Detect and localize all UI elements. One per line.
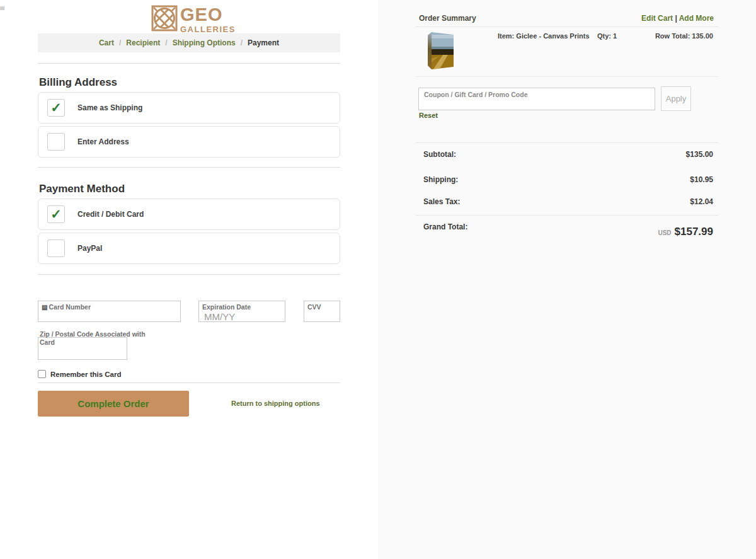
edge-artifact-icon: ▤ [0, 5, 5, 11]
order-item-qty: Qty: 1 [597, 32, 617, 40]
billing-option-same-as-shipping[interactable]: ✓ Same as Shipping [38, 92, 340, 124]
breadcrumb: Cart / Recipient / Shipping Options / Pa… [38, 33, 340, 52]
return-to-shipping-link[interactable]: Return to shipping options [231, 400, 320, 407]
sales-tax-label: Sales Tax: [423, 197, 460, 206]
same-as-shipping-checkbox[interactable]: ✓ [47, 99, 65, 117]
logo: GEO GALLERIES [151, 5, 236, 34]
logo-subtext: GALLERIES [180, 25, 236, 33]
billing-address-title: Billing Address [39, 76, 117, 89]
credit-card-checkbox[interactable]: ✓ [47, 205, 65, 223]
breadcrumb-payment-current: Payment [248, 38, 279, 47]
links-separator: | [675, 14, 677, 23]
subtotal-label: Subtotal: [423, 150, 456, 159]
grand-total-currency: USD [658, 229, 671, 236]
zip-code-label: Zip / Postal Code Associated with Card [40, 330, 156, 347]
order-summary-title: Order Summary [419, 14, 476, 23]
payment-option-paypal[interactable]: PayPal [38, 233, 340, 264]
option-label: PayPal [77, 244, 102, 253]
remember-card-label: Remember this Card [50, 371, 121, 378]
logo-lattice-icon [151, 5, 178, 34]
payment-method-title: Payment Method [39, 183, 125, 195]
product-thumbnail [425, 31, 455, 74]
shipping-value: $10.95 [690, 175, 713, 184]
divider [416, 26, 718, 27]
breadcrumb-cart[interactable]: Cart [99, 38, 114, 47]
card-number-input[interactable]: ▤ Card Number [38, 301, 181, 322]
paypal-checkbox[interactable] [47, 239, 65, 257]
coupon-code-input[interactable]: Coupon / Gift Card / Promo Code [418, 88, 655, 110]
breadcrumb-separator: / [119, 38, 121, 47]
expiration-date-label: Expiration Date [199, 301, 285, 311]
reset-coupon-link[interactable]: Reset [419, 112, 438, 119]
order-summary-panel [378, 0, 756, 559]
cvv-input[interactable]: CVV [304, 301, 340, 322]
divider [38, 383, 340, 383]
grand-total-label: Grand Total: [423, 222, 467, 231]
shipping-label: Shipping: [423, 175, 458, 184]
breadcrumb-separator: / [165, 38, 167, 47]
edit-cart-link[interactable]: Edit Cart [641, 14, 673, 23]
billing-option-enter-address[interactable]: Enter Address [38, 126, 340, 158]
checkout-page: ▤ GEO GALLERIES [0, 0, 756, 559]
enter-address-checkbox[interactable] [47, 133, 65, 151]
divider [38, 167, 340, 168]
order-item-row-total: Row Total: 135.00 [655, 32, 713, 40]
sales-tax-value: $12.04 [690, 197, 713, 206]
divider [38, 63, 340, 64]
grand-total-value: USD $157.99 [658, 226, 713, 238]
add-more-link[interactable]: Add More [679, 14, 714, 23]
breadcrumb-recipient[interactable]: Recipient [126, 38, 160, 47]
payment-option-credit-card[interactable]: ✓ Credit / Debit Card [38, 199, 340, 230]
cvv-label: CVV [304, 301, 340, 311]
option-label: Same as Shipping [77, 103, 142, 112]
coupon-placeholder: Coupon / Gift Card / Promo Code [424, 91, 528, 98]
expiration-date-input[interactable]: Expiration Date MM/YY [198, 301, 285, 322]
grand-total-amount: $157.99 [675, 226, 713, 238]
option-label: Credit / Debit Card [77, 210, 144, 219]
breadcrumb-shipping-options[interactable]: Shipping Options [173, 38, 236, 47]
complete-order-button[interactable]: Complete Order [38, 391, 189, 417]
divider [416, 142, 718, 143]
divider [416, 215, 718, 216]
expiration-placeholder: MM/YY [199, 311, 285, 322]
card-number-label: ▤ Card Number [38, 301, 180, 311]
order-item-name: Item: Giclee - Canvas Prints [498, 32, 590, 40]
remember-card-checkbox[interactable] [38, 370, 46, 378]
divider [38, 274, 340, 275]
credit-card-icon: ▤ [42, 304, 47, 311]
logo-text: GEO [180, 6, 236, 24]
breadcrumb-separator: / [241, 38, 243, 47]
order-summary-links: Edit Cart | Add More [641, 14, 714, 23]
apply-coupon-button[interactable]: Apply [661, 86, 691, 111]
divider [416, 76, 718, 77]
option-label: Enter Address [77, 137, 129, 146]
subtotal-value: $135.00 [686, 150, 713, 159]
